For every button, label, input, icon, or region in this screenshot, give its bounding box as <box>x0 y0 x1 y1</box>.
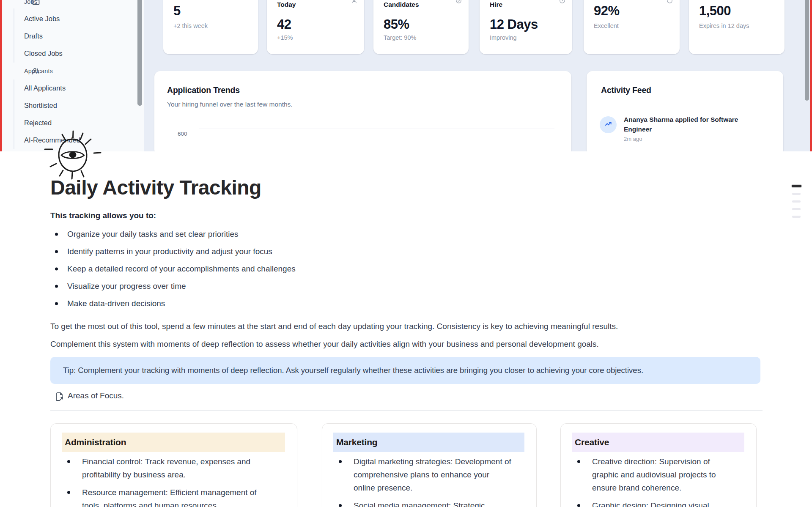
toc-section-bar[interactable] <box>792 200 801 203</box>
benefits-list: Organize your daily tasks and set clear … <box>50 225 763 312</box>
focus-cards-row: Administration Financial control: Track … <box>50 423 763 507</box>
toc-current-section-bar[interactable] <box>792 185 801 187</box>
stat-card-time-to-hire: Hire 12 Days Improving <box>480 0 572 54</box>
toc-section-bar[interactable] <box>792 193 801 195</box>
dashboard-screenshot-section: Jobs Active Jobs Drafts Closed Jobs Appl… <box>0 0 812 151</box>
areas-of-focus-link[interactable]: Areas of Focus. <box>68 391 131 402</box>
sidebar-item-label: Drafts <box>24 32 43 40</box>
briefcase-icon <box>32 0 40 6</box>
activity-avatar <box>600 116 617 133</box>
page: Jobs Active Jobs Drafts Closed Jobs Appl… <box>0 0 812 507</box>
user-icon <box>351 0 357 4</box>
list-item: Social media management: Strategic <box>322 499 525 507</box>
focus-card-administration: Administration Financial control: Track … <box>50 423 297 507</box>
sidebar-scrollbar[interactable] <box>137 0 142 106</box>
stat-subtext: +2 this week <box>173 22 208 29</box>
stat-value: 12 Days <box>490 17 538 32</box>
sidebar-item-label: Shortlisted <box>24 101 57 110</box>
tip-callout: Tip: Complement your tracking with momen… <box>50 357 760 384</box>
section-divider <box>50 410 763 411</box>
stat-card-applications-today: Today 42 +15% <box>267 0 364 54</box>
panel-title: Activity Feed <box>601 85 651 95</box>
toc-section-bar[interactable] <box>792 216 801 218</box>
stat-subtext: Expires in 12 days <box>699 22 749 29</box>
list-item: Visualize your progress over time <box>50 277 763 295</box>
toc-section-bar[interactable] <box>792 208 801 210</box>
sidebar-item-label: Active Jobs <box>24 15 60 23</box>
paragraph: Complement this system with moments of d… <box>50 340 763 349</box>
sidebar-item-shortlisted[interactable]: Shortlisted <box>2 97 144 114</box>
page-scrollbar[interactable] <box>805 0 809 101</box>
activity-timestamp: 2m ago <box>624 136 738 142</box>
tip-text: Tip: Complement your tracking with momen… <box>63 366 643 375</box>
focus-card-title: Marketing <box>333 433 524 452</box>
sidebar-item-label: Closed Jobs <box>24 49 63 58</box>
list-item: Keep a detailed record of your accomplis… <box>50 260 763 277</box>
panel-subtitle: Your hiring funnel over the last few mon… <box>167 101 293 108</box>
check-circle-icon <box>455 0 462 4</box>
document-section: Daily Activity Tracking This tracking al… <box>0 151 812 507</box>
sidebar-item-all-applicants[interactable]: All Applicants <box>2 79 144 97</box>
stat-card-offer-acceptance: 92% Excellent <box>584 0 680 54</box>
list-item: Financial control: Track revenue, expens… <box>51 455 286 481</box>
chart-y-axis-tick: 600 <box>178 131 187 137</box>
radiant-eye-doodle-icon <box>41 127 104 182</box>
stat-value: 85% <box>384 17 409 32</box>
clock-icon <box>559 0 565 4</box>
list-item: Organize your daily tasks and set clear … <box>50 225 763 243</box>
stat-value: 5 <box>173 3 181 19</box>
sidebar-item-drafts[interactable]: Drafts <box>2 27 144 45</box>
stat-card-active-jobs: 5 +2 this week <box>163 0 258 54</box>
list-item: Resource management: Efficient managemen… <box>51 486 286 507</box>
focus-card-title: Creative <box>572 433 744 452</box>
chart-gridline <box>199 129 554 129</box>
sidebar-item-label: All Applicants <box>24 84 66 92</box>
list-item: Graphic design: Designing visual <box>561 499 745 507</box>
sidebar-item-jobs[interactable]: Jobs <box>2 0 144 10</box>
stat-subtext: +15% <box>277 34 293 41</box>
stat-title: Candidates <box>384 1 419 8</box>
stat-card-credits: 1,500 Expires in 12 days <box>689 0 785 54</box>
focus-card-marketing: Marketing Digital marketing strategies: … <box>322 423 537 507</box>
sidebar-item-label: Rejected <box>24 119 52 127</box>
sidebar-item-applicants[interactable]: Applicants <box>2 62 144 79</box>
focus-card-title: Administration <box>62 433 285 452</box>
intro-heading: This tracking allows you to: <box>50 211 763 220</box>
highlight-border-left <box>0 0 2 151</box>
focus-card-creative: Creative Creative direction: Supervision… <box>560 423 757 507</box>
stat-subtext: Improving <box>490 34 517 41</box>
sidebar-item-active-jobs[interactable]: Active Jobs <box>2 10 144 27</box>
page-title: Daily Activity Tracking <box>50 176 763 199</box>
toc-indicator[interactable] <box>792 185 801 218</box>
clock-icon <box>667 0 673 4</box>
document-arrow-icon <box>54 392 64 402</box>
list-item: Make data-driven decisions <box>50 295 763 312</box>
list-item: Creative direction: Supervision of graph… <box>561 455 745 494</box>
application-trends-panel: Application Trends Your hiring funnel ov… <box>154 71 571 151</box>
activity-text: Ananya Sharma applied for Software Engin… <box>624 115 738 134</box>
activity-feed-item[interactable]: Ananya Sharma applied for Software Engin… <box>600 116 738 142</box>
stat-value: 1,500 <box>699 3 731 19</box>
stat-title: Hire <box>490 1 502 8</box>
sidebar-item-closed-jobs[interactable]: Closed Jobs <box>2 45 144 62</box>
stat-card-shortlisted-candidates: Candidates 85% Target: 90% <box>373 0 469 54</box>
list-item: Digital marketing strategies: Developmen… <box>322 455 525 494</box>
highlight-border-right <box>810 0 812 151</box>
stat-subtext: Excellent <box>594 22 619 29</box>
users-icon <box>32 67 40 75</box>
stat-subtext: Target: 90% <box>384 34 416 41</box>
stat-title: Today <box>277 1 296 8</box>
list-item: Identify patterns in your productivity a… <box>50 243 763 260</box>
activity-feed-panel: Activity Feed Ananya Sharma applied for … <box>587 71 783 151</box>
panel-title: Application Trends <box>167 85 240 95</box>
paragraph: To get the most out of this tool, spend … <box>50 322 763 331</box>
stat-value: 92% <box>594 3 620 19</box>
trending-up-icon <box>604 120 612 129</box>
stat-value: 42 <box>277 17 291 32</box>
